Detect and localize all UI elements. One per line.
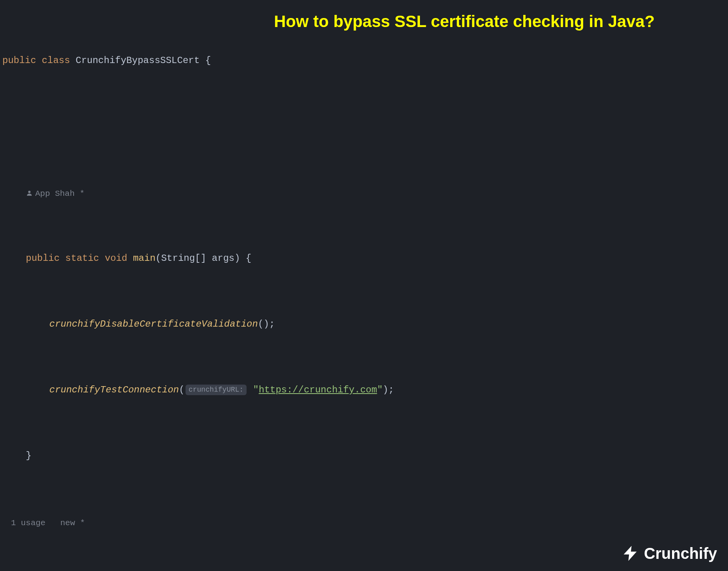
param: args [212,253,234,264]
code-line[interactable]: } [2,448,728,464]
method-name: main [133,253,156,264]
code-line[interactable]: public static void main(String[] args) { [2,250,728,267]
person-icon [26,190,33,197]
code-line[interactable]: public class CrunchifyBypassSSLCert { [2,52,728,69]
string: "https://crunchify.com" [253,385,383,395]
svg-point-0 [28,191,31,193]
text: { [200,55,211,66]
brand-logo: Crunchify [621,544,717,562]
class-name: CrunchifyBypassSSLCert [76,55,200,66]
param-hint: crunchifyURL: [186,385,247,395]
keyword: public [26,253,59,264]
keyword: void [105,253,128,264]
method-call: crunchifyDisableCertificateValidation [49,319,258,329]
keyword: public [2,55,36,66]
keyword: class [42,55,70,66]
method-call: crunchifyTestConnection [49,385,179,395]
text [36,55,41,66]
type: String [161,253,195,264]
code-editor[interactable]: public class CrunchifyBypassSSLCert { Ap… [0,0,728,571]
url-link[interactable]: https://crunchify.com [259,385,377,395]
code-line[interactable]: crunchifyTestConnection(crunchifyURL: "h… [2,382,728,398]
brand-text: Crunchify [644,545,717,562]
usage-annotation[interactable]: 1 usage new * [2,513,728,530]
author-meta: App Shah * [26,189,85,198]
svg-marker-1 [624,546,637,561]
keyword: static [65,253,99,264]
crunchify-icon [621,544,639,562]
text [70,55,76,66]
author-annotation: App Shah * [2,184,728,201]
title-overlay: How to bypass SSL certificate checking i… [274,13,712,31]
blank-line [2,118,728,135]
code-line[interactable]: crunchifyDisableCertificateValidation(); [2,316,728,332]
